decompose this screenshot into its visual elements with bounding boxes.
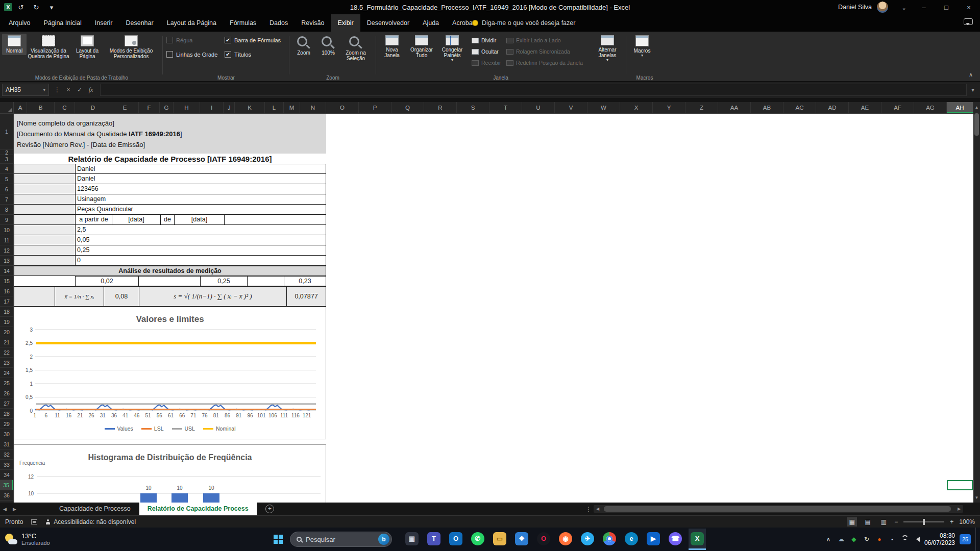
ribbon-tab-ajuda[interactable]: Ajuda bbox=[416, 14, 446, 32]
ruler-checkbox[interactable]: Régua bbox=[166, 37, 192, 43]
wifi-icon[interactable] bbox=[901, 536, 909, 542]
row-header-22[interactable]: 22 bbox=[0, 347, 13, 358]
column-header-M[interactable]: M bbox=[284, 102, 300, 113]
column-header-D[interactable]: D bbox=[75, 102, 111, 113]
column-header-Q[interactable]: Q bbox=[391, 102, 424, 113]
column-header-AB[interactable]: AB bbox=[751, 102, 783, 113]
spec-value-cell[interactable]: 0,25 bbox=[76, 245, 326, 255]
column-header-Z[interactable]: Z bbox=[685, 102, 718, 113]
sheet-next-icon[interactable]: ▶ bbox=[13, 507, 16, 512]
analysis-empty-cell[interactable] bbox=[247, 276, 284, 286]
column-header-E[interactable]: E bbox=[111, 102, 139, 113]
spec-label-cell[interactable] bbox=[14, 235, 76, 245]
hide-button[interactable]: Ocultar bbox=[472, 46, 501, 57]
row-header-4[interactable]: 4 bbox=[0, 164, 13, 174]
close-button[interactable]: × bbox=[958, 0, 980, 14]
mean-formula-cell[interactable]: x̅ = 1/n · ∑ xᵢ bbox=[55, 286, 104, 307]
row-header-29[interactable]: 29 bbox=[0, 419, 13, 429]
stats-empty-cell[interactable] bbox=[14, 286, 55, 307]
row-header-3[interactable]: 3 bbox=[0, 155, 13, 164]
excel-app-icon[interactable]: X bbox=[4, 3, 12, 11]
notification-dot-icon[interactable]: ● bbox=[875, 536, 884, 543]
user-avatar[interactable] bbox=[877, 2, 888, 13]
info-label-cell[interactable] bbox=[14, 205, 76, 214]
column-header-U[interactable]: U bbox=[522, 102, 555, 113]
new-window-button[interactable]: Nova Janela bbox=[378, 34, 406, 60]
date-from-cell[interactable]: a partir de bbox=[76, 215, 112, 224]
scroll-up-icon[interactable]: ▲ bbox=[973, 103, 980, 111]
column-header-AG[interactable]: AG bbox=[914, 102, 947, 113]
taskbar-search[interactable]: Pesquisar b bbox=[290, 532, 392, 547]
hscroll-right-icon[interactable]: ▶ bbox=[955, 505, 963, 513]
column-header-Y[interactable]: Y bbox=[653, 102, 685, 113]
column-header-K[interactable]: K bbox=[235, 102, 265, 113]
date-label-cell[interactable] bbox=[14, 215, 76, 224]
file-explorer-icon[interactable]: ▭ bbox=[491, 529, 508, 550]
task-view-icon[interactable]: ▣ bbox=[403, 529, 421, 550]
enter-icon[interactable]: ✓ bbox=[75, 84, 85, 96]
ribbon-tab-f-rmulas[interactable]: Fórmulas bbox=[223, 14, 263, 32]
freeze-panes-button[interactable]: Congelar Painéis ▾ bbox=[437, 34, 468, 64]
headings-checkbox[interactable]: ✔ Títulos bbox=[225, 51, 251, 58]
teams-icon[interactable]: T bbox=[425, 529, 443, 550]
column-header-J[interactable]: J bbox=[224, 102, 235, 113]
column-header-P[interactable]: P bbox=[359, 102, 391, 113]
stddev-value-cell[interactable]: 0,07877 bbox=[286, 286, 326, 307]
undo-icon[interactable]: ↺ bbox=[14, 1, 28, 13]
show-desktop-button[interactable] bbox=[975, 528, 978, 551]
row-header-30[interactable]: 30 bbox=[0, 429, 13, 439]
split-button[interactable]: Dividir bbox=[472, 35, 501, 46]
ribbon-tab-exibir[interactable]: Exibir bbox=[331, 14, 360, 32]
restore-button[interactable]: □ bbox=[935, 0, 958, 14]
ribbon-tab-arquivo[interactable]: Arquivo bbox=[2, 14, 37, 32]
column-header-AA[interactable]: AA bbox=[718, 102, 751, 113]
ribbon-tab-p-gina-inicial[interactable]: Página Inicial bbox=[37, 14, 88, 32]
ribbon-tab-desenhar[interactable]: Desenhar bbox=[119, 14, 160, 32]
media-player-icon[interactable]: ▶ bbox=[645, 529, 662, 550]
row-header-1[interactable]: 1 bbox=[0, 114, 13, 150]
custom-views-button[interactable]: Modos de Exibição Personalizados bbox=[104, 34, 158, 61]
column-header-L[interactable]: L bbox=[265, 102, 284, 113]
row-header-10[interactable]: 10 bbox=[0, 225, 13, 235]
vertical-scrollbar[interactable]: ▲ ▼ bbox=[973, 102, 980, 503]
tabstrip-dots-icon[interactable]: ⋮ bbox=[585, 503, 592, 515]
date-value-cell[interactable]: [data] bbox=[174, 215, 224, 224]
zoom-slider[interactable] bbox=[903, 521, 944, 522]
column-header-AC[interactable]: AC bbox=[783, 102, 816, 113]
info-label-cell[interactable] bbox=[14, 194, 76, 204]
page-break-toggle-icon[interactable]: ▥ bbox=[878, 517, 889, 527]
column-header-V[interactable]: V bbox=[555, 102, 587, 113]
date-empty-cell[interactable] bbox=[224, 215, 326, 224]
date-to-cell[interactable]: de bbox=[160, 215, 174, 224]
values-limits-chart[interactable]: Valores e limites 32,521,510,50161116212… bbox=[14, 307, 326, 439]
row-header-6[interactable]: 6 bbox=[0, 184, 13, 194]
zoom-button[interactable]: Zoom bbox=[291, 34, 316, 57]
arrange-all-button[interactable]: Organizar Tudo bbox=[406, 34, 437, 60]
info-label-cell[interactable] bbox=[14, 174, 76, 184]
notification-badge[interactable]: 25 bbox=[960, 534, 971, 544]
spec-label-cell[interactable] bbox=[14, 245, 76, 255]
reset-window-position-button[interactable]: Redefinir Posição da Janela bbox=[506, 57, 583, 68]
sheet-canvas[interactable]: [Nome completo da organização] [Document… bbox=[14, 114, 973, 503]
ribbon-tab-inserir[interactable]: Inserir bbox=[88, 14, 119, 32]
row-header-9[interactable]: 9 bbox=[0, 215, 13, 225]
row-header-24[interactable]: 24 bbox=[0, 368, 13, 378]
column-header-AF[interactable]: AF bbox=[881, 102, 914, 113]
volume-icon[interactable] bbox=[914, 537, 920, 542]
info-value-cell[interactable]: Peças Quandricular bbox=[76, 205, 326, 214]
unhide-button[interactable]: Reexibir bbox=[472, 57, 501, 68]
row-header-13[interactable]: 13 bbox=[0, 256, 13, 266]
row-header-25[interactable]: 25 bbox=[0, 378, 13, 388]
row-header-21[interactable]: 21 bbox=[0, 337, 13, 347]
weather-widget[interactable]: 13°C Ensolarado bbox=[4, 528, 50, 551]
ribbon-tab-dados[interactable]: Dados bbox=[263, 14, 295, 32]
select-all-corner[interactable] bbox=[0, 102, 14, 114]
telegram-icon[interactable]: ✈ bbox=[579, 529, 596, 550]
edge-icon[interactable]: e bbox=[623, 529, 640, 550]
analysis-value-cell[interactable]: 0,23 bbox=[284, 276, 326, 286]
analysis-value-cell[interactable]: 0,25 bbox=[200, 276, 248, 286]
chrome-icon[interactable] bbox=[601, 529, 618, 550]
row-header-18[interactable]: 18 bbox=[0, 307, 13, 317]
record-macro-icon[interactable] bbox=[31, 519, 37, 524]
info-label-cell[interactable] bbox=[14, 184, 76, 194]
